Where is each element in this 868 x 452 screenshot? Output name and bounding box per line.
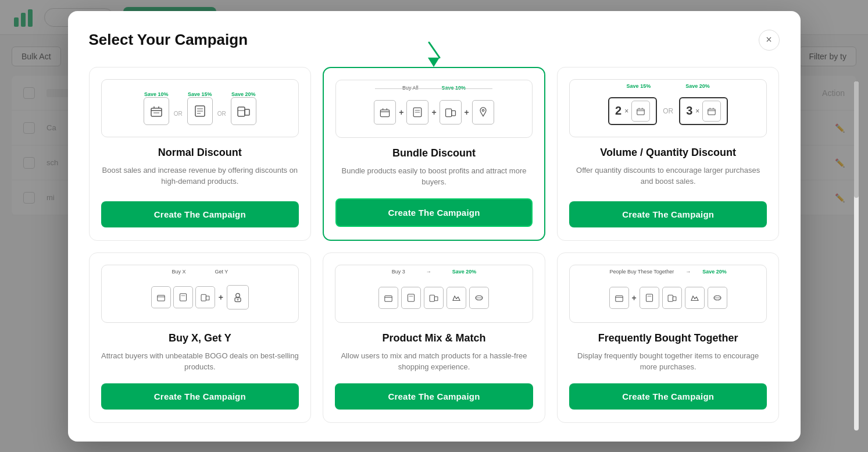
svg-rect-47	[408, 294, 415, 301]
arrow-indicator	[423, 41, 444, 69]
svg-rect-55	[646, 294, 652, 301]
campaign-name: Product Mix & Match	[382, 332, 485, 344]
bundle-discount-illustration: Buy All Save 10% + +	[335, 80, 533, 138]
svg-rect-12	[238, 107, 245, 116]
campaign-name: Normal Discount	[158, 147, 242, 159]
modal-backdrop: Select Your Campaign × Save 10%	[0, 0, 868, 452]
svg-rect-45	[385, 296, 392, 301]
create-campaign-button-mix[interactable]: Create The Campaign	[335, 383, 533, 410]
campaigns-grid: Save 10% OR Save 15%	[89, 67, 780, 423]
campaign-name: Frequently Bought Together	[598, 332, 738, 344]
svg-rect-3	[151, 108, 162, 116]
campaign-card-product-mix: Buy 3 → Save 20%	[323, 252, 545, 423]
campaign-description: Attract buyers with unbeatable BOGO deal…	[101, 350, 299, 373]
svg-rect-37	[180, 293, 186, 300]
modal-title: Select Your Campaign	[89, 31, 248, 49]
create-campaign-button-bundle[interactable]: Create The Campaign	[335, 198, 533, 227]
svg-rect-27	[637, 109, 644, 115]
svg-point-26	[482, 109, 484, 111]
svg-rect-35	[158, 295, 165, 301]
svg-rect-58	[673, 296, 676, 300]
normal-discount-illustration: Save 10% OR Save 15%	[101, 79, 299, 137]
svg-marker-16	[428, 58, 440, 67]
campaign-name: Bundle Discount	[392, 147, 476, 159]
create-campaign-button-frequently-bought[interactable]: Create The Campaign	[569, 383, 767, 410]
svg-rect-25	[451, 111, 455, 115]
campaign-name: Volume / Quantity Discount	[600, 147, 736, 159]
create-campaign-button-normal[interactable]: Create The Campaign	[101, 201, 299, 227]
create-campaign-button-volume[interactable]: Create The Campaign	[569, 201, 767, 227]
campaign-description: Offer quantity discounts to encourage la…	[569, 165, 767, 191]
volume-discount-illustration: Save 15% Save 20% 2 × OR	[569, 79, 767, 137]
svg-rect-17	[381, 109, 390, 116]
svg-rect-31	[708, 109, 715, 115]
campaign-card-normal-discount: Save 10% OR Save 15%	[89, 67, 312, 241]
scrollbar-track	[854, 81, 859, 430]
svg-rect-39	[201, 294, 206, 301]
svg-rect-53	[615, 296, 622, 301]
campaign-description: Boost sales and increase revenue by offe…	[101, 165, 299, 191]
close-button[interactable]: ×	[759, 30, 780, 51]
campaign-description: Allow users to mix and match products fo…	[335, 350, 533, 373]
campaign-description: Bundle products easily to boost profits …	[335, 165, 533, 188]
campaign-card-frequently-bought: People Buy These Together → Save 20% +	[557, 252, 780, 423]
campaign-modal: Select Your Campaign × Save 10%	[68, 11, 801, 442]
product-mix-illustration: Buy 3 → Save 20%	[335, 265, 533, 323]
campaign-description: Display frequently bought together items…	[569, 350, 767, 373]
svg-rect-57	[668, 295, 673, 301]
campaign-card-bundle-discount: Buy All Save 10% + +	[323, 67, 545, 241]
bogo-illustration: Buy X Get Y	[101, 265, 299, 323]
svg-rect-13	[245, 109, 249, 115]
campaign-card-volume-discount: Save 15% Save 20% 2 × OR	[557, 67, 780, 241]
campaign-card-bogo: Buy X Get Y	[89, 252, 312, 423]
svg-rect-40	[206, 296, 209, 300]
campaign-name: Buy X, Get Y	[169, 332, 231, 344]
create-campaign-button-bogo[interactable]: Create The Campaign	[101, 383, 299, 410]
scrollbar-thumb[interactable]	[854, 81, 859, 198]
svg-rect-24	[445, 109, 451, 117]
svg-line-15	[429, 42, 440, 58]
svg-rect-50	[435, 296, 438, 300]
svg-point-41	[236, 293, 240, 297]
frequently-bought-illustration: People Buy These Together → Save 20% +	[569, 265, 767, 323]
svg-rect-49	[430, 295, 435, 301]
